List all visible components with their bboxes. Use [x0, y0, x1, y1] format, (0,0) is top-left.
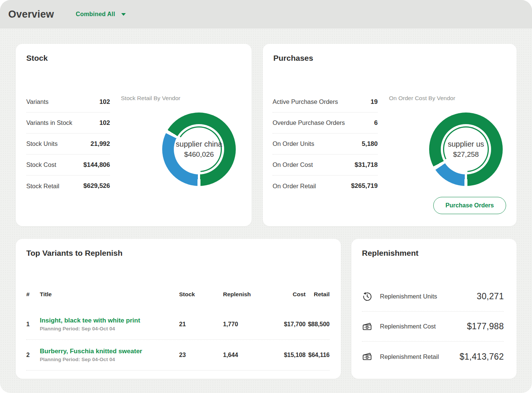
row-retail: $88,500 [306, 321, 330, 328]
stat-value: 102 [99, 119, 110, 127]
row-rank: 1 [26, 321, 40, 328]
purchase-orders-button-label: Purchase Orders [446, 202, 494, 209]
stock-card-title: Stock [26, 54, 48, 63]
stat-row: Stock Retail $629,526 [26, 176, 110, 196]
stat-label: On Order Retail [273, 183, 316, 190]
donut-center-label: supplier china $460,026 [176, 127, 222, 172]
column-header-replenish: Replenish [223, 291, 268, 298]
table-header-row: # Title Stock Replenish Cost Retail [26, 289, 330, 300]
stat-label: Stock Units [26, 140, 57, 147]
stat-value: 19 [371, 98, 378, 106]
row-title-cell: Insight, black tee with white print Plan… [40, 317, 179, 332]
stat-value: $144,806 [83, 161, 110, 169]
replenishment-row: Replenishment Units 30,271 [362, 282, 504, 312]
page-title: Overview [8, 9, 54, 20]
row-stock: 21 [179, 321, 223, 328]
stat-value: 21,992 [90, 140, 110, 148]
stat-label: Overdue Purchase Orders [273, 119, 345, 126]
stat-row: Stock Cost $144,806 [26, 154, 110, 176]
replenishment-row-value: $177,988 [467, 321, 504, 332]
column-header-rank: # [26, 291, 40, 298]
top-variants-card: Top Variants to Replenish # Title Stock … [16, 239, 341, 379]
purchases-stats-list: Active Purchase Orders 19 Overdue Purcha… [273, 92, 378, 196]
stock-retail-donut-chart[interactable]: supplier china $460,026 [162, 112, 236, 186]
table-row: 1 Insight, black tee with white print Pl… [26, 309, 330, 340]
donut-vendor-name: supplier china [176, 140, 222, 148]
stat-value: 5,180 [362, 140, 378, 148]
donut-vendor-name: supplier us [448, 140, 484, 148]
stat-row: Active Purchase Orders 19 [273, 92, 378, 112]
stock-card: Stock Variants 102 Variants in Stock 102… [16, 44, 252, 226]
stat-value: $265,719 [351, 182, 378, 190]
row-cost: $15,108 [268, 352, 306, 358]
stat-value: $629,526 [83, 182, 110, 190]
stat-row: On Order Retail $265,719 [273, 176, 378, 196]
column-header-title: Title [40, 291, 179, 298]
replenishment-row: Replenishment Cost $177,988 [362, 312, 504, 342]
donut-center-label: supplier us $27,258 [443, 127, 488, 172]
replenishment-row-value: 30,271 [477, 291, 504, 302]
stock-chart-title: Stock Retail By Vendor [121, 95, 181, 102]
stock-stats-list: Variants 102 Variants in Stock 102 Stock… [26, 92, 110, 196]
history-icon [362, 291, 372, 302]
column-header-retail: Retail [306, 291, 330, 298]
chevron-down-icon [121, 13, 126, 16]
variant-title-link[interactable]: Burberry, Fuschia knitted sweater [40, 348, 179, 355]
content-area: Stock Variants 102 Variants in Stock 102… [0, 28, 532, 393]
row-cost: $17,700 [268, 321, 306, 328]
location-filter-label: Combined All [76, 11, 115, 18]
stat-row: Variants 102 [26, 92, 110, 112]
replenishment-row-value: $1,413,762 [460, 352, 504, 362]
stat-label: Variants in Stock [26, 119, 72, 126]
column-header-stock: Stock [179, 291, 223, 298]
purchase-orders-button[interactable]: Purchase Orders [433, 197, 506, 214]
stat-label: On Order Units [273, 140, 314, 147]
row-retail: $64,116 [306, 352, 330, 358]
money-icon [362, 321, 372, 332]
stat-row: Stock Units 21,992 [26, 134, 110, 154]
dashboard-app: Overview Combined All Stock Variants 102… [0, 0, 532, 393]
location-filter-dropdown[interactable]: Combined All [76, 11, 126, 18]
table-row: 2 Burberry, Fuschia knitted sweater Plan… [26, 340, 330, 370]
money-icon [362, 351, 372, 362]
stat-row: On Order Units 5,180 [273, 134, 378, 154]
replenishment-card: Replenishment Replenishment Units 30,271 [351, 239, 517, 379]
table-body: 1 Insight, black tee with white print Pl… [26, 309, 330, 370]
row-replenish: 1,770 [223, 321, 268, 328]
on-order-cost-donut-chart[interactable]: supplier us $27,258 [429, 112, 503, 186]
purchases-card-title: Purchases [273, 54, 313, 63]
stat-value: 6 [374, 119, 378, 127]
planning-period-label: Planning Period: Sep 04-Oct 04 [40, 357, 179, 362]
stat-label: Stock Retail [26, 183, 59, 190]
stat-label: On Order Cost [273, 161, 313, 168]
purchases-chart-title: On Order Cost By Vendor [389, 95, 455, 102]
purchases-card: Purchases Active Purchase Orders 19 Over… [263, 44, 517, 226]
replenishment-row-label: Replenishment Retail [380, 353, 460, 360]
stat-row: On Order Cost $31,718 [273, 154, 378, 176]
variant-title-link[interactable]: Insight, black tee with white print [40, 317, 179, 324]
stat-row: Variants in Stock 102 [26, 112, 110, 134]
replenishment-row-label: Replenishment Cost [380, 323, 467, 330]
column-header-cost: Cost [268, 291, 306, 298]
stat-row: Overdue Purchase Orders 6 [273, 112, 378, 134]
stat-value: 102 [99, 98, 110, 106]
replenishment-title: Replenishment [362, 249, 419, 258]
top-variants-title: Top Variants to Replenish [26, 249, 122, 258]
planning-period-label: Planning Period: Sep 04-Oct 04 [40, 326, 179, 332]
row-replenish: 1,644 [223, 352, 268, 358]
row-rank: 2 [26, 352, 40, 358]
stat-label: Stock Cost [26, 161, 56, 168]
replenishment-row-label: Replenishment Units [380, 293, 477, 300]
row-stock: 23 [179, 352, 223, 358]
row-title-cell: Burberry, Fuschia knitted sweater Planni… [40, 348, 179, 362]
stat-label: Active Purchase Orders [273, 98, 338, 105]
donut-vendor-value: $27,258 [453, 150, 479, 159]
donut-vendor-value: $460,026 [184, 150, 214, 159]
replenishment-list: Replenishment Units 30,271 Replenishment… [362, 282, 504, 372]
stat-label: Variants [26, 98, 48, 105]
replenishment-row: Replenishment Retail $1,413,762 [362, 342, 504, 372]
top-bar: Overview Combined All [0, 0, 532, 28]
stat-value: $31,718 [355, 161, 378, 169]
